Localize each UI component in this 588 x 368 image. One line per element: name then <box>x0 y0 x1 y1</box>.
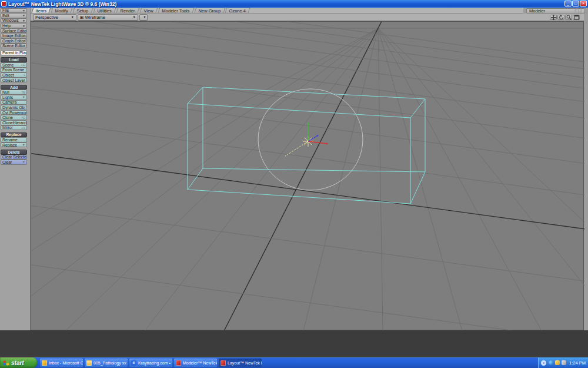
view-mode-dropdown[interactable]: Perspective ▼ <box>33 14 76 21</box>
move-icon <box>551 15 556 20</box>
rotate-icon <box>559 15 564 20</box>
sidebar-item[interactable]: Graph Editor F2 <box>1 38 27 44</box>
close-button[interactable]: × <box>580 1 587 6</box>
menu-tab[interactable]: Utilities <box>93 8 116 13</box>
bottom-panel: Position 102030405060 0 0 60 X 22.0591 m… <box>0 330 588 357</box>
windows-logo-icon <box>3 360 9 366</box>
chevron-down-icon: ▼ <box>133 15 136 20</box>
taskbar-app-button[interactable]: e Kraytracing.com • Po... <box>129 359 172 367</box>
viewport-pan-button[interactable] <box>550 15 557 21</box>
sidebar-item[interactable]: Cvt Powergons <box>1 110 27 115</box>
sidebar-item[interactable]: From Scene <box>1 68 27 73</box>
sidebar-item[interactable]: Surface Editor F5 <box>1 28 27 34</box>
menu-tab[interactable]: Modify <box>51 8 73 13</box>
wireframe-box-edge <box>188 104 410 118</box>
menu-tab[interactable]: Items <box>32 8 51 13</box>
taskbar-app-icon <box>220 360 226 366</box>
lightwave-app-icon <box>1 1 6 6</box>
magnifier-icon <box>566 15 572 20</box>
hide-icons-chevron-icon[interactable]: ‹ <box>541 360 546 366</box>
tray-icon[interactable] <box>562 360 566 365</box>
sidebar-item[interactable]: Clone ^C <box>1 115 27 120</box>
menu-tab[interactable]: View <box>139 8 158 13</box>
sidebar-item: Replace <box>1 132 27 138</box>
sidebar-item[interactable]: Null ^N <box>1 89 27 95</box>
windows-taskbar: start Inbox - Microsoft Out... 005_Patho… <box>0 357 588 368</box>
sidebar-item[interactable]: Camera <box>1 100 27 105</box>
taskbar-app-button[interactable]: Layout™ NewTek Lig... <box>219 359 262 367</box>
wireframe-box-edge <box>203 168 425 172</box>
taskbar-app-icon <box>42 360 47 366</box>
window-title: Layout™ NewTek LightWave 3D ® 9.6 (Win32… <box>8 1 116 7</box>
tray-icon[interactable] <box>549 360 553 365</box>
sidebar-item[interactable]: Image Editor F6 <box>1 33 27 38</box>
expand-icon <box>574 15 579 20</box>
taskbar-app-button[interactable]: Inbox - Microsoft Out... <box>40 359 83 367</box>
sidebar-button-list: File ▼ Edit ▼ Windows ▼ Help ▼ Surface E… <box>1 8 27 165</box>
sidebar-item[interactable]: Clear ▼ <box>1 160 27 165</box>
sidebar-item[interactable]: Mirror +V <box>1 125 27 131</box>
sidebar-item[interactable]: Lights ▼ <box>1 95 27 100</box>
sidebar-item[interactable]: Parent in Place <box>1 50 27 55</box>
sidebar-item[interactable]: CloneHierarchy <box>1 120 27 125</box>
wireframe-grid-icon: ⊞ <box>80 15 83 20</box>
sidebar-item[interactable]: Object Layer <box>1 78 27 83</box>
viewport-maximize-button[interactable] <box>573 15 580 21</box>
menu-tab[interactable]: Setup <box>73 8 93 13</box>
menu-tab[interactable]: Modeler Tools <box>158 8 194 13</box>
taskbar-app-icon <box>86 360 92 366</box>
sidebar-item: Add <box>1 85 27 90</box>
chevron-down-icon: ▼ <box>143 15 146 20</box>
menu-tab-row: Items Modify Setup Utilities Render View… <box>31 8 523 14</box>
taskbar-app-icon <box>176 360 181 366</box>
sidebar-item: Load <box>1 57 27 62</box>
sidebar-item[interactable]: Dynamic Obj ▼ <box>1 105 27 110</box>
start-button[interactable]: start <box>0 357 37 368</box>
sidebar-item[interactable]: Windows ▼ <box>1 18 27 24</box>
maximize-button[interactable]: □ <box>572 1 579 6</box>
sidebar-item[interactable]: Scene +O <box>1 62 27 68</box>
sidebar-item[interactable]: Help ▼ <box>1 23 27 28</box>
chevron-down-icon: ▼ <box>71 15 74 20</box>
sidebar-item[interactable]: Object + <box>1 72 27 78</box>
window-controls: _ □ × <box>564 1 587 6</box>
menu-tab[interactable]: Ozone 4 <box>225 8 250 13</box>
wireframe-box-edge <box>188 87 203 104</box>
sidebar-item[interactable]: Rename <box>1 137 27 142</box>
minimize-button[interactable]: _ <box>564 1 572 6</box>
sidebar-item[interactable]: Replace ▼ <box>1 142 27 148</box>
sidebar-item: Delete <box>1 150 27 155</box>
viewport-scene <box>31 22 584 331</box>
modeler-launch-button[interactable]: Modeler F12 <box>526 8 585 14</box>
sidebar-item[interactable]: File ▼ <box>1 8 27 14</box>
viewport-zoom-button[interactable] <box>565 15 572 21</box>
viewport-rotate-button[interactable] <box>557 15 564 21</box>
menu-tab[interactable]: Render <box>116 8 139 13</box>
sidebar-item[interactable]: Clear Selected <box>1 155 27 160</box>
tray-icon[interactable] <box>555 360 560 365</box>
menu-tab[interactable]: New Group <box>194 8 225 13</box>
taskbar-app-button[interactable]: 005_Pathology xx Ja... <box>85 359 128 367</box>
wireframe-box-edge <box>410 172 425 204</box>
perspective-viewport[interactable] <box>31 21 584 330</box>
tool-sidebar: File ▼ Edit ▼ Windows ▼ Help ▼ Surface E… <box>0 8 31 357</box>
render-mode-dropdown[interactable]: ⊞ Wireframe ▼ <box>78 14 138 21</box>
wireframe-box-edge <box>188 168 203 190</box>
wireframe-box-edge <box>188 190 410 204</box>
taskbar-app-icon: e <box>131 360 136 366</box>
sidebar-item[interactable]: Scene Editor ▼ <box>1 44 27 49</box>
clock: 1:24 PM <box>569 360 586 366</box>
title-bar: Layout™ NewTek LightWave 3D ® 9.6 (Win32… <box>0 0 588 8</box>
taskbar-app-button[interactable]: Modeler™ NewTek Li... <box>174 359 217 367</box>
viewport-toolbar: Perspective ▼ ⊞ Wireframe ▼ ▼ <box>31 14 584 22</box>
sidebar-item[interactable]: Edit ▼ <box>1 13 27 18</box>
system-tray: ‹ 1:24 PM <box>538 357 588 368</box>
viewport-options-dropdown[interactable]: ▼ <box>139 14 148 21</box>
